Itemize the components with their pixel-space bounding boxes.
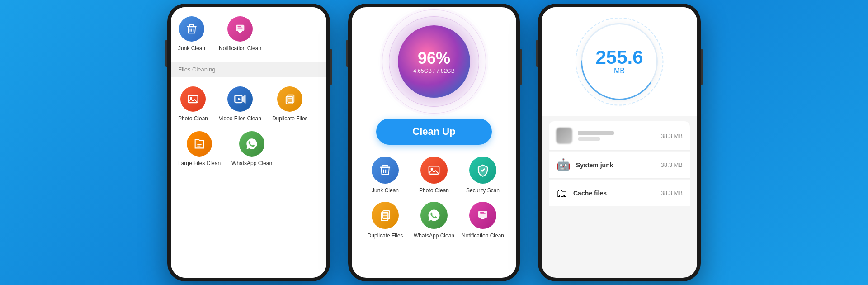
phone-left: Junk Clean Notification Clean xyxy=(167,4,330,281)
app-cache-size: 38.3 MB xyxy=(661,133,683,139)
left-duplicate-item[interactable]: Duplicate Files xyxy=(272,86,308,123)
right-screen: 255.6 MB 38.3 MB xyxy=(542,7,697,278)
app-name-blurred xyxy=(578,131,614,135)
left-video-clean-item[interactable]: Video Files Clean xyxy=(219,86,261,123)
gauge-svg: 255.6 MB xyxy=(574,16,665,107)
cache-files-size: 38.3 MB xyxy=(661,190,683,196)
android-icon: 🤖 xyxy=(556,158,571,172)
center-photo-label: Photo Clean xyxy=(419,187,449,195)
center-duplicate-label: Duplicate Files xyxy=(368,233,403,240)
cache-files-name: Cache files xyxy=(573,190,656,197)
svg-rect-24 xyxy=(383,211,390,219)
center-icons-grid: Junk Clean Photo Clean xyxy=(352,152,516,244)
gauge-unit: MB xyxy=(614,67,625,75)
left-icon-row-1: Photo Clean Video Files Clean xyxy=(178,86,319,123)
left-junk-clean-icon xyxy=(179,16,204,42)
center-duplicate-item[interactable]: Duplicate Files xyxy=(361,202,410,240)
center-whatsapp-item[interactable]: WhatsApp Clean xyxy=(410,202,458,240)
left-junk-clean-item[interactable]: Junk Clean xyxy=(178,16,205,52)
orb-container: 96% 4.65GB / 7.82GB xyxy=(352,7,516,111)
center-junk-icon xyxy=(372,157,399,184)
left-large-files-icon xyxy=(187,131,212,157)
left-notification-clean-item[interactable]: Notification Clean xyxy=(219,16,261,52)
svg-marker-8 xyxy=(242,95,245,102)
left-video-icon xyxy=(227,86,253,112)
gauge-value: 255.6 xyxy=(595,48,643,67)
orb-ring-mid xyxy=(389,16,479,107)
cache-files-info: Cache files xyxy=(573,190,656,197)
junk-list: 38.3 MB 🤖 System junk 38.3 MB 🗂 xyxy=(542,116,697,212)
phone-right: 255.6 MB 38.3 MB xyxy=(538,4,701,281)
center-whatsapp-label: WhatsApp Clean xyxy=(414,233,454,240)
center-notification-label: Notification Clean xyxy=(462,233,504,240)
center-security-item[interactable]: Security Scan xyxy=(458,157,507,195)
left-whatsapp-label: WhatsApp Clean xyxy=(231,160,272,167)
system-junk-name: System junk xyxy=(576,162,656,169)
center-duplicate-icon xyxy=(372,202,399,229)
center-security-label: Security Scan xyxy=(466,187,500,195)
left-notification-label: Notification Clean xyxy=(219,45,261,52)
left-photo-label: Photo Clean xyxy=(178,115,208,123)
center-notification-item[interactable]: Notification Clean xyxy=(458,202,507,240)
left-video-label: Video Files Clean xyxy=(219,115,261,123)
svg-marker-9 xyxy=(238,97,241,100)
system-junk-size: 38.3 MB xyxy=(661,162,683,168)
center-screen: 96% 4.65GB / 7.82GB Clean Up xyxy=(352,7,516,278)
system-junk-info: System junk xyxy=(576,162,656,169)
left-duplicate-label: Duplicate Files xyxy=(272,115,308,123)
left-photo-clean-item[interactable]: Photo Clean xyxy=(178,86,208,123)
cache-files-item[interactable]: 🗂 Cache files 38.3 MB xyxy=(549,180,690,206)
center-security-icon xyxy=(469,157,496,184)
phones-container: Junk Clean Notification Clean xyxy=(0,0,868,285)
center-junk-label: Junk Clean xyxy=(372,187,399,195)
left-whatsapp-item[interactable]: WhatsApp Clean xyxy=(231,131,272,167)
left-section-header: Files Cleaning xyxy=(171,62,326,77)
center-notification-icon xyxy=(469,202,496,229)
app-sub-blurred xyxy=(578,137,600,141)
left-duplicate-icon xyxy=(277,86,302,112)
left-top-section: Junk Clean Notification Clean xyxy=(171,7,326,62)
left-photo-icon xyxy=(180,86,206,112)
center-photo-clean-item[interactable]: Photo Clean xyxy=(410,157,458,195)
gauge-container: 255.6 MB xyxy=(542,7,697,116)
left-large-files-label: Large Files Clean xyxy=(178,160,221,167)
left-notification-icon xyxy=(227,16,253,42)
left-whatsapp-icon xyxy=(239,131,264,157)
app-cache-info xyxy=(578,131,656,141)
center-photo-icon xyxy=(420,157,448,184)
system-junk-item[interactable]: 🤖 System junk 38.3 MB xyxy=(549,152,690,179)
app-icon-blurred xyxy=(556,128,572,144)
left-icon-row-2: Large Files Clean WhatsApp Clean xyxy=(178,131,319,167)
clean-up-button[interactable]: Clean Up xyxy=(376,119,491,145)
left-large-files-item[interactable]: Large Files Clean xyxy=(178,131,221,167)
center-whatsapp-icon xyxy=(420,202,448,229)
left-junk-clean-label: Junk Clean xyxy=(178,45,205,52)
left-bottom-section: Photo Clean Video Files Clean xyxy=(171,77,326,278)
app-cache-item[interactable]: 38.3 MB xyxy=(549,121,690,151)
center-junk-clean-item[interactable]: Junk Clean xyxy=(361,157,410,195)
left-screen: Junk Clean Notification Clean xyxy=(171,7,326,278)
cache-icon: 🗂 xyxy=(556,186,568,200)
phone-center: 96% 4.65GB / 7.82GB Clean Up xyxy=(348,4,520,281)
